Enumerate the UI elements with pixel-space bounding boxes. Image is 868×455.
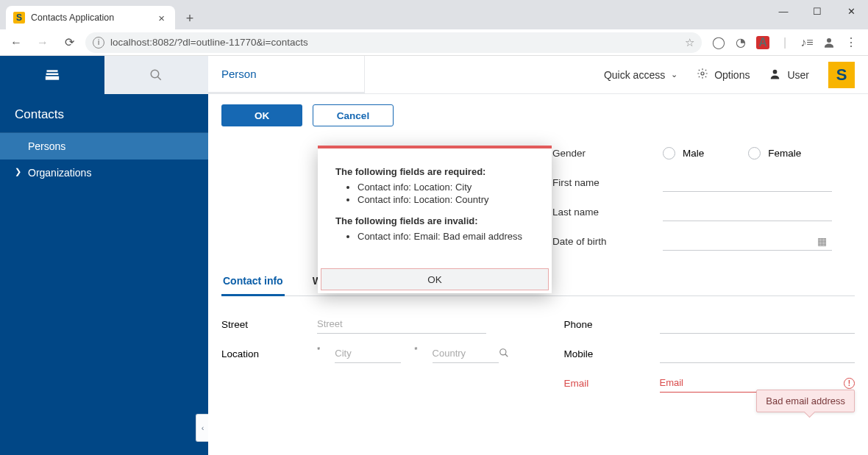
site-info-icon[interactable]: i [93,37,104,49]
sidebar-tab-outline[interactable] [0,56,104,94]
required-list: Contact info: Location: City Contact inf… [357,182,534,205]
new-tab-button[interactable]: + [179,11,200,26]
error-tooltip: Bad email address [756,390,855,412]
required-star: * [317,345,320,354]
required-header: The following fields are required: [335,166,534,177]
radio-male[interactable]: Male [663,147,704,160]
mobile-field[interactable] [660,344,855,363]
user-icon [769,68,781,82]
chevron-down-icon: ⌄ [671,70,677,79]
close-window-button[interactable]: ✕ [834,0,868,24]
minimize-button[interactable]: — [766,0,800,24]
sidebar-title: Contacts [0,94,208,133]
city-field[interactable] [335,344,401,363]
dialog-ok-button[interactable]: OK [321,268,549,290]
tab-contact-info[interactable]: Contact info [221,269,285,296]
sidebar-tab-search[interactable] [104,56,209,94]
error-icon: ! [844,378,855,389]
svg-point-6 [701,72,704,75]
label-phone: Phone [564,319,660,330]
last-name-field[interactable] [663,202,832,221]
url-text: localhost:8082/?dl=outline-11770&i=conta… [110,37,308,48]
collapse-sidebar-button[interactable]: ‹ [196,414,209,442]
label-location: Location [221,348,317,359]
browser-tab[interactable]: S Contacts Application × [6,6,175,29]
svg-rect-1 [46,70,57,72]
svg-line-5 [158,76,162,80]
label-gender: Gender [552,148,663,159]
dob-field[interactable] [663,232,832,251]
svg-rect-3 [46,76,59,80]
radio-icon [748,147,761,160]
label-dob: Date of birth [552,236,663,247]
bookmark-star-icon[interactable]: ☆ [685,36,694,49]
search-icon [149,68,163,82]
forward-button[interactable]: → [32,32,53,53]
menu-dots-icon[interactable]: ⋮ [844,36,858,49]
address-bar: ← → ⟳ i localhost:8082/?dl=outline-11770… [0,29,868,56]
label-first-name: First name [552,177,663,188]
svg-point-7 [773,69,778,74]
ok-button[interactable]: OK [221,104,302,126]
reload-button[interactable]: ⟳ [59,32,79,53]
separator: | [778,36,791,49]
site-favicon: S [13,12,25,24]
street-field[interactable] [317,315,486,334]
label-mobile: Mobile [564,348,660,359]
calendar-icon[interactable]: ▦ [817,235,827,247]
quick-access-menu[interactable]: Quick access ⌄ [604,69,677,81]
country-field[interactable] [433,344,499,363]
close-tab-icon[interactable]: × [155,12,168,24]
url-box[interactable]: i localhost:8082/?dl=outline-11770&i=con… [85,32,702,53]
first-name-field[interactable] [663,173,832,192]
cancel-button[interactable]: Cancel [313,104,394,126]
sidebar-item-persons[interactable]: Persons [0,133,208,160]
window-controls: — ☐ ✕ [766,0,868,24]
label-email: Email [564,378,660,389]
gear-icon [697,68,708,82]
radio-icon [663,147,675,160]
extension-icon[interactable]: ◯ [712,36,725,49]
options-menu[interactable]: Options [697,68,750,82]
extension-icon[interactable]: ◔ [734,36,747,49]
brand-logo[interactable]: S [828,62,855,88]
sidebar: Contacts Persons ❯ Organizations ‹ [0,56,208,455]
sidebar-item-organizations[interactable]: Organizations [0,160,208,186]
extension-badge-icon[interactable]: A [756,36,769,49]
required-star: * [414,345,417,354]
invalid-list: Contact info: Email: Bad email address [357,231,534,242]
invalid-header: The following fields are invalid: [335,215,534,226]
radio-female[interactable]: Female [748,147,801,160]
back-button[interactable]: ← [6,32,26,53]
label-last-name: Last name [552,207,663,218]
svg-point-4 [152,70,160,78]
profile-icon[interactable] [822,36,836,49]
phone-field[interactable] [660,315,855,334]
maximize-button[interactable]: ☐ [800,0,834,24]
playlist-icon[interactable]: ♪≡ [800,36,814,49]
stack-icon [45,68,60,82]
label-street: Street [221,319,317,330]
chevron-right-icon: ❯ [15,167,21,176]
svg-line-9 [505,354,508,357]
svg-rect-2 [46,74,58,76]
svg-point-0 [827,38,831,43]
browser-tab-strip: S Contacts Application × + [0,0,868,29]
validation-dialog: The following fields are required: Conta… [318,146,552,293]
svg-point-8 [499,348,505,354]
user-menu[interactable]: User [769,68,809,82]
lookup-icon[interactable] [499,348,509,360]
tab-title: Contacts Application [31,12,114,23]
breadcrumb[interactable]: Person [208,56,365,94]
